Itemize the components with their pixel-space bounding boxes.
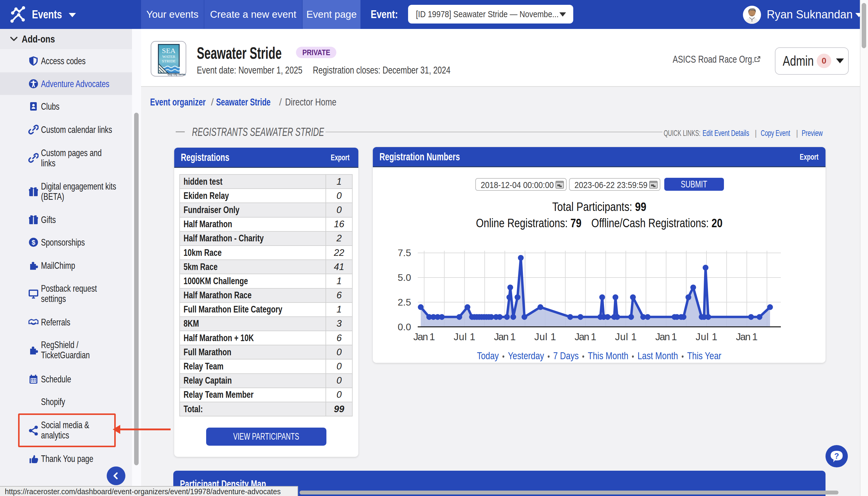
svg-text:$: $	[32, 239, 35, 246]
svg-text:STRIDE: STRIDE	[162, 59, 176, 63]
svg-text:Jan 1: Jan 1	[575, 331, 596, 342]
svg-text:?: ?	[834, 451, 839, 461]
svg-text:Jan 1: Jan 1	[413, 331, 435, 342]
svg-text:Jan 1: Jan 1	[736, 331, 758, 342]
svg-text:SEA: SEA	[162, 47, 176, 55]
svg-text:Jul 1: Jul 1	[454, 331, 475, 342]
svg-text:Jul 1: Jul 1	[534, 331, 556, 342]
svg-text:0.0: 0.0	[398, 322, 411, 332]
svg-text:Jan 1: Jan 1	[494, 331, 516, 342]
svg-text:Jan 1: Jan 1	[655, 331, 677, 342]
svg-text:Jul 1: Jul 1	[696, 331, 717, 342]
svg-text:7.5: 7.5	[398, 247, 411, 258]
svg-text:2.5: 2.5	[398, 297, 411, 308]
svg-text:5.0: 5.0	[398, 272, 411, 283]
svg-text:Jul 1: Jul 1	[615, 331, 637, 342]
svg-text:WATER: WATER	[162, 54, 175, 59]
